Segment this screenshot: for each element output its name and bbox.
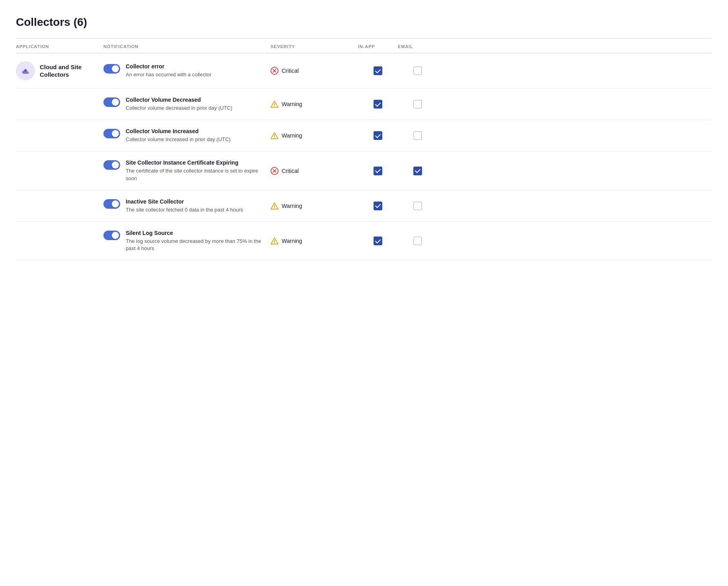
page-title: Collectors (6) — [16, 16, 712, 29]
notification-cell: Silent Log Source The log source volume … — [103, 230, 271, 252]
inapp-checkbox-cell — [358, 237, 398, 245]
severity-label: Warning — [282, 238, 302, 244]
severity-label: Warning — [282, 101, 302, 107]
table-row: Silent Log Source The log source volume … — [16, 222, 712, 260]
notification-cell: Collector Volume Decreased Collector vol… — [103, 97, 271, 112]
notification-cell: Inactive Site Collector The site collect… — [103, 198, 271, 213]
svg-point-7 — [274, 138, 275, 138]
notification-description: Collector volume increased in prior day … — [126, 136, 231, 143]
severity-cell: Warning — [271, 237, 358, 245]
notification-description: The certificate of the site collector in… — [126, 167, 264, 182]
warning-icon — [271, 132, 278, 140]
notification-cell: Site Collector Instance Certificate Expi… — [103, 159, 271, 182]
email-checkbox[interactable] — [413, 167, 422, 175]
app-cell: Cloud and Site Collectors — [16, 61, 103, 80]
notification-text: Collector error An error has occurred wi… — [126, 63, 211, 78]
critical-icon — [271, 167, 278, 175]
toggle-thumb — [112, 65, 119, 72]
severity-label: Warning — [282, 203, 302, 209]
inapp-checkbox-cell — [358, 66, 398, 75]
warning-icon — [271, 100, 278, 108]
app-name: Cloud and Site Collectors — [40, 63, 103, 79]
inapp-checkbox-cell — [358, 167, 398, 175]
table-row: Collector Volume Increased Collector vol… — [16, 120, 712, 151]
email-checkbox[interactable] — [413, 237, 422, 245]
table-header: APPLICATION NOTIFICATION SEVERITY IN-APP… — [16, 39, 712, 53]
severity-cell: Critical — [271, 67, 358, 75]
email-checkbox-cell — [398, 131, 438, 140]
notification-title: Inactive Site Collector — [126, 198, 243, 205]
inapp-checkbox-cell — [358, 202, 398, 210]
notification-description: The site collector fetched 0 data in the… — [126, 206, 243, 213]
toggle-thumb — [112, 200, 119, 208]
notification-title: Silent Log Source — [126, 230, 264, 236]
table-body: Cloud and Site Collectors Collector erro… — [16, 53, 712, 260]
svg-point-12 — [274, 208, 275, 208]
severity-cell: Warning — [271, 100, 358, 108]
toggle-switch[interactable] — [103, 129, 120, 138]
inapp-checkbox[interactable] — [374, 100, 382, 109]
table-row: Inactive Site Collector The site collect… — [16, 190, 712, 222]
col-application: APPLICATION — [16, 44, 103, 49]
email-checkbox-cell — [398, 66, 438, 75]
toggle-switch[interactable] — [103, 97, 120, 107]
notification-title: Collector Volume Increased — [126, 128, 231, 134]
severity-label: Critical — [282, 168, 299, 174]
inapp-checkbox-cell — [358, 131, 398, 140]
notification-text: Collector Volume Increased Collector vol… — [126, 128, 231, 143]
notification-text: Collector Volume Decreased Collector vol… — [126, 97, 232, 112]
severity-cell: Warning — [271, 132, 358, 140]
toggle-thumb — [112, 232, 119, 239]
email-checkbox[interactable] — [413, 131, 422, 140]
notification-description: The log source volume decreased by more … — [126, 238, 264, 252]
email-checkbox[interactable] — [413, 202, 422, 210]
app-icon — [16, 61, 35, 80]
table-row: Site Collector Instance Certificate Expi… — [16, 151, 712, 190]
table-row: Collector Volume Decreased Collector vol… — [16, 89, 712, 120]
inapp-checkbox[interactable] — [374, 237, 382, 245]
notification-title: Collector error — [126, 63, 211, 70]
email-checkbox[interactable] — [413, 66, 422, 75]
inapp-checkbox-cell — [358, 100, 398, 109]
notification-text: Silent Log Source The log source volume … — [126, 230, 264, 252]
email-checkbox-cell — [398, 237, 438, 245]
email-checkbox-cell — [398, 100, 438, 109]
notification-cell: Collector Volume Increased Collector vol… — [103, 128, 271, 143]
email-checkbox-cell — [398, 202, 438, 210]
svg-point-5 — [274, 106, 275, 107]
email-checkbox-cell — [398, 167, 438, 175]
email-checkbox[interactable] — [413, 100, 422, 109]
inapp-checkbox[interactable] — [374, 131, 382, 140]
col-severity: SEVERITY — [271, 44, 358, 49]
warning-icon — [271, 202, 278, 210]
table-row: Cloud and Site Collectors Collector erro… — [16, 53, 712, 89]
toggle-switch[interactable] — [103, 160, 120, 170]
svg-point-14 — [274, 243, 275, 244]
severity-label: Critical — [282, 68, 299, 74]
severity-label: Warning — [282, 132, 302, 139]
inapp-checkbox[interactable] — [374, 66, 382, 75]
col-inapp: IN-APP — [358, 44, 398, 49]
notification-description: An error has occurred with a collector — [126, 71, 211, 78]
notification-text: Inactive Site Collector The site collect… — [126, 198, 243, 213]
toggle-thumb — [112, 99, 119, 106]
notification-text: Site Collector Instance Certificate Expi… — [126, 159, 264, 182]
inapp-checkbox[interactable] — [374, 167, 382, 175]
toggle-switch[interactable] — [103, 231, 120, 240]
toggle-switch[interactable] — [103, 199, 120, 209]
warning-icon — [271, 237, 278, 245]
notification-title: Collector Volume Decreased — [126, 97, 232, 103]
severity-cell: Critical — [271, 167, 358, 175]
severity-cell: Warning — [271, 202, 358, 210]
notification-description: Collector volume decreased in prior day … — [126, 105, 232, 112]
inapp-checkbox[interactable] — [374, 202, 382, 210]
notification-title: Site Collector Instance Certificate Expi… — [126, 159, 264, 166]
toggle-switch[interactable] — [103, 64, 120, 74]
col-email: EMAIL — [398, 44, 438, 49]
col-notification: NOTIFICATION — [103, 44, 271, 49]
critical-icon — [271, 67, 278, 75]
notification-cell: Collector error An error has occurred wi… — [103, 63, 271, 78]
